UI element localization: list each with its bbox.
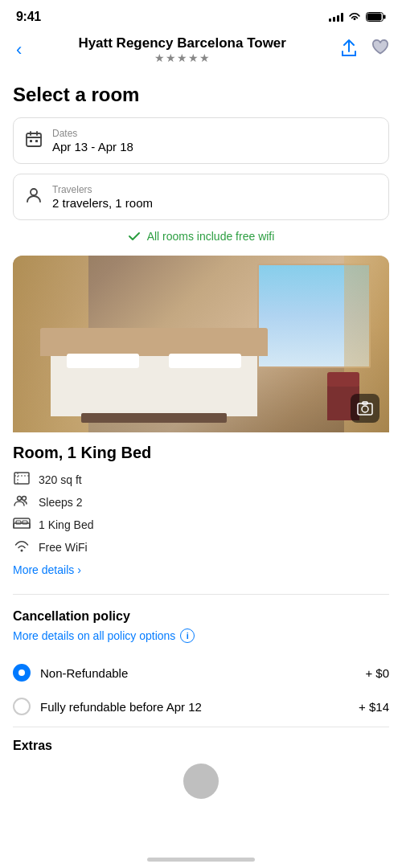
- radio-circle-2: [13, 698, 31, 715]
- room-sleeps: Sleeps 2: [39, 496, 82, 509]
- dates-value: Apr 13 - Apr 18: [52, 140, 133, 154]
- svg-rect-15: [23, 521, 27, 524]
- hotel-title-block: Hyatt Regency Barcelona Tower ★★★★★: [25, 35, 339, 64]
- room-wifi: Free WiFi: [39, 541, 88, 554]
- sqft-icon: [13, 472, 31, 488]
- radio-left-1: Non-Refundable: [13, 664, 128, 682]
- room-sqft: 320 sq ft: [39, 473, 82, 486]
- pillow-left: [67, 354, 139, 368]
- svg-rect-1: [384, 15, 386, 19]
- svg-rect-10: [14, 473, 29, 484]
- sleeps-icon: [13, 494, 31, 510]
- radio-circle-1: [13, 664, 31, 682]
- policy-link[interactable]: More details on all policy options i: [13, 628, 389, 643]
- cancellation-title: Cancellation policy: [13, 609, 389, 624]
- slider-thumb[interactable]: [183, 764, 219, 799]
- room-sleeps-row: Sleeps 2: [13, 494, 389, 510]
- hotel-stars: ★★★★★: [25, 51, 339, 64]
- wifi-notice: All rooms include free wifi: [13, 230, 389, 243]
- policy-link-text: More details on all policy options: [13, 629, 175, 642]
- back-button[interactable]: ‹: [13, 38, 25, 62]
- room-sqft-row: 320 sq ft: [13, 472, 389, 488]
- extras-title: Extras: [13, 739, 52, 752]
- wifi-notice-text: All rooms include free wifi: [147, 230, 275, 243]
- radio-label-1: Non-Refundable: [40, 666, 128, 680]
- share-button[interactable]: [339, 38, 359, 63]
- svg-point-11: [18, 497, 22, 501]
- svg-rect-2: [367, 14, 382, 21]
- pillow-right: [169, 354, 241, 368]
- travelers-icon: [25, 186, 43, 208]
- signal-bars-icon: [329, 12, 343, 22]
- svg-point-16: [21, 550, 23, 552]
- radio-price-2: + $14: [359, 700, 389, 714]
- page-title: Select a room: [13, 84, 389, 106]
- home-indicator: [147, 858, 255, 862]
- status-icons: [329, 12, 386, 22]
- radio-non-refundable[interactable]: Non-Refundable + $0: [13, 656, 389, 690]
- svg-rect-5: [35, 140, 38, 142]
- radio-left-2: Fully refundable before Apr 12: [13, 698, 202, 715]
- calendar-icon: [25, 130, 43, 152]
- more-details-link[interactable]: More details ›: [13, 563, 389, 576]
- wifi-icon: [348, 12, 361, 22]
- room-wifi-row: Free WiFi: [13, 539, 389, 555]
- page-content: Select a room Dates Apr 13 - Apr 18 Trav…: [0, 84, 402, 758]
- svg-rect-4: [30, 140, 32, 142]
- bed-icon: [13, 517, 31, 533]
- room-bed: 1 King Bed: [39, 518, 94, 531]
- more-details-chevron: ›: [77, 563, 81, 576]
- room-name: Room, 1 King Bed: [13, 444, 389, 462]
- travelers-label: Travelers: [52, 184, 153, 195]
- photo-gallery-button[interactable]: [351, 394, 379, 423]
- favorite-button[interactable]: [371, 39, 389, 60]
- extras-section: Extras: [13, 727, 389, 758]
- status-bar: 9:41: [0, 0, 402, 31]
- svg-point-8: [362, 406, 368, 412]
- travelers-text: Travelers 2 travelers, 1 room: [52, 184, 153, 210]
- info-icon: i: [180, 628, 195, 643]
- divider-1: [13, 594, 389, 595]
- more-details-label: More details: [13, 563, 74, 576]
- svg-point-12: [23, 497, 27, 501]
- wifi-detail-icon: [13, 539, 31, 555]
- dates-label: Dates: [52, 128, 133, 139]
- battery-icon: [366, 12, 386, 22]
- radio-refundable[interactable]: Fully refundable before Apr 12 + $14: [13, 690, 389, 723]
- room-bed-row: 1 King Bed: [13, 517, 389, 533]
- cancellation-section: Cancellation policy More details on all …: [13, 606, 389, 727]
- header: ‹ Hyatt Regency Barcelona Tower ★★★★★: [0, 31, 402, 72]
- check-icon: [128, 230, 141, 243]
- room-info: Room, 1 King Bed 320 sq ft: [13, 432, 389, 583]
- svg-rect-7: [358, 403, 372, 415]
- header-actions: [339, 38, 389, 63]
- dates-filter[interactable]: Dates Apr 13 - Apr 18: [13, 117, 389, 164]
- svg-rect-14: [16, 521, 21, 524]
- hotel-name: Hyatt Regency Barcelona Tower: [25, 35, 339, 51]
- room-image[interactable]: [13, 256, 389, 432]
- room-card: Room, 1 King Bed 320 sq ft: [13, 256, 389, 583]
- radio-price-1: + $0: [365, 666, 389, 680]
- dates-text: Dates Apr 13 - Apr 18: [52, 128, 133, 154]
- travelers-value: 2 travelers, 1 room: [52, 196, 153, 210]
- radio-label-2: Fully refundable before Apr 12: [40, 700, 202, 714]
- svg-rect-3: [27, 133, 41, 146]
- travelers-filter[interactable]: Travelers 2 travelers, 1 room: [13, 174, 389, 220]
- status-time: 9:41: [16, 10, 41, 24]
- bed-visual: [51, 352, 257, 416]
- svg-point-6: [31, 189, 37, 195]
